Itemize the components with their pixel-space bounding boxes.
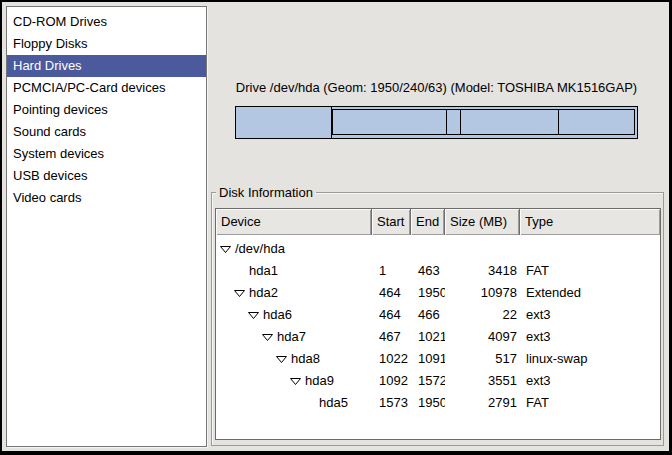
column-header-size-mb[interactable]: Size (MB) — [445, 209, 520, 235]
column-header-device[interactable]: Device — [216, 209, 372, 235]
size-cell: 10978 — [445, 282, 520, 304]
size-cell: 3551 — [445, 370, 520, 392]
logical-partition-divider — [446, 109, 447, 135]
device-name: hda6 — [263, 304, 292, 326]
sidebar-item-floppy-disks[interactable]: Floppy Disks — [7, 33, 206, 55]
end-cell: 1021 — [411, 326, 445, 348]
logical-partition-divider — [460, 109, 461, 135]
type-cell: FAT — [520, 260, 661, 282]
device-name: /dev/hda — [235, 238, 285, 260]
size-cell: 4097 — [445, 326, 520, 348]
end-cell: 1950 — [411, 392, 445, 414]
table-row-hda5[interactable]: hda5157319502791FAT — [216, 392, 660, 414]
start-cell — [372, 238, 411, 260]
device-name: hda2 — [249, 282, 278, 304]
column-header-end[interactable]: End — [411, 209, 445, 235]
start-cell: 464 — [372, 304, 411, 326]
partition-bar — [235, 106, 638, 139]
type-cell: ext3 — [520, 304, 661, 326]
sidebar-item-pointing-devices[interactable]: Pointing devices — [7, 99, 206, 121]
sidebar-item-cd-rom-drives[interactable]: CD-ROM Drives — [7, 11, 206, 33]
start-cell: 464 — [372, 282, 411, 304]
disk-information-frame: Disk Information DeviceStartEndSize (MB)… — [211, 192, 664, 446]
table-row-hda7[interactable]: hda746710214097ext3 — [216, 326, 660, 348]
partition-table-body: /dev/hdahda114633418FAThda2464195010978E… — [216, 235, 660, 414]
drive-title: Drive /dev/hda (Geom: 1950/240/63) (Mode… — [235, 80, 638, 97]
sidebar-item-sound-cards[interactable]: Sound cards — [7, 121, 206, 143]
sidebar-item-pcmcia-pc-card-devices[interactable]: PCMCIA/PC-Card devices — [7, 77, 206, 99]
tree-indent — [220, 359, 276, 360]
row-expander[interactable] — [262, 333, 277, 342]
end-cell: 1091 — [411, 348, 445, 370]
device-name: hda9 — [305, 370, 334, 392]
expander-triangle-icon — [248, 311, 259, 320]
extended-partition-box — [332, 109, 635, 135]
size-cell — [445, 238, 520, 260]
row-expander[interactable] — [220, 245, 235, 254]
expander-triangle-icon — [234, 289, 245, 298]
type-cell: Extended — [520, 282, 661, 304]
table-row-hda6[interactable]: hda646446622ext3 — [216, 304, 660, 326]
expander-triangle-icon — [262, 333, 273, 342]
type-cell — [520, 238, 661, 260]
tree-indent — [220, 293, 234, 294]
disk-information-label: Disk Information — [216, 185, 316, 200]
row-expander[interactable] — [248, 311, 263, 320]
type-cell: ext3 — [520, 370, 661, 392]
tree-indent — [220, 315, 248, 316]
table-row-hda1[interactable]: hda114633418FAT — [216, 260, 660, 282]
device-name: hda5 — [319, 392, 348, 414]
end-cell: 1572 — [411, 370, 445, 392]
expander-triangle-icon — [276, 355, 287, 364]
end-cell: 1950 — [411, 282, 445, 304]
table-row-dev-hda[interactable]: /dev/hda — [216, 238, 660, 260]
table-row-hda2[interactable]: hda2464195010978Extended — [216, 282, 660, 304]
partition-table-header: DeviceStartEndSize (MB)Type — [216, 209, 660, 235]
start-cell: 1092 — [372, 370, 411, 392]
column-header-type[interactable]: Type — [520, 209, 660, 235]
device-category-list[interactable]: CD-ROM DrivesFloppy DisksHard DrivesPCMC… — [6, 6, 207, 447]
device-name: hda1 — [249, 260, 278, 282]
sidebar-item-usb-devices[interactable]: USB devices — [7, 165, 206, 187]
tree-indent — [220, 381, 290, 382]
sidebar-item-hard-drives[interactable]: Hard Drives — [7, 55, 206, 77]
start-cell: 1 — [372, 260, 411, 282]
tree-indent — [220, 337, 262, 338]
type-cell: FAT — [520, 392, 661, 414]
end-cell: 466 — [411, 304, 445, 326]
size-cell: 2791 — [445, 392, 520, 414]
type-cell: linux-swap — [520, 348, 661, 370]
column-header-start[interactable]: Start — [372, 209, 411, 235]
tree-indent — [220, 403, 304, 404]
tree-indent — [220, 271, 234, 272]
start-cell: 467 — [372, 326, 411, 348]
row-expander[interactable] — [234, 289, 249, 298]
table-row-hda9[interactable]: hda9109215723551ext3 — [216, 370, 660, 392]
device-name: hda8 — [291, 348, 320, 370]
end-cell: 463 — [411, 260, 445, 282]
start-cell: 1573 — [372, 392, 411, 414]
type-cell: ext3 — [520, 326, 661, 348]
table-row-hda8[interactable]: hda810221091517linux-swap — [216, 348, 660, 370]
expander-triangle-icon — [290, 377, 301, 386]
size-cell: 22 — [445, 304, 520, 326]
row-expander[interactable] — [290, 377, 305, 386]
start-cell: 1022 — [372, 348, 411, 370]
device-name: hda7 — [277, 326, 306, 348]
expander-triangle-icon — [220, 245, 231, 254]
size-cell: 517 — [445, 348, 520, 370]
size-cell: 3418 — [445, 260, 520, 282]
sidebar-item-video-cards[interactable]: Video cards — [7, 187, 206, 209]
hardware-browser-window: CD-ROM DrivesFloppy DisksHard DrivesPCMC… — [0, 0, 672, 455]
partition-table[interactable]: DeviceStartEndSize (MB)Type /dev/hdahda1… — [215, 208, 661, 440]
logical-partition-divider — [558, 109, 559, 135]
sidebar-item-system-devices[interactable]: System devices — [7, 143, 206, 165]
end-cell — [411, 238, 445, 260]
row-expander[interactable] — [276, 355, 291, 364]
